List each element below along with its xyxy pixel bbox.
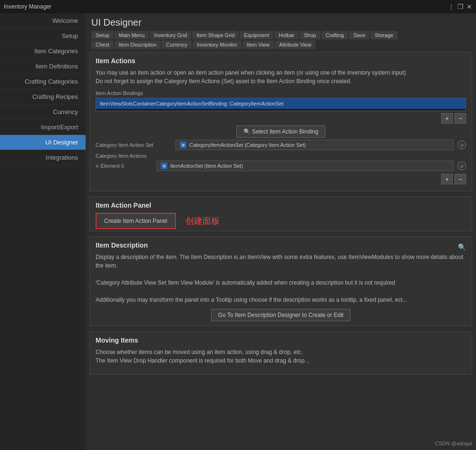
element-value-icon: ⊞: [161, 163, 167, 169]
element-row-0: ≡ Element 0 ⊞ ItemActionSet (Item Action…: [96, 161, 466, 171]
restore-icon[interactable]: ❐: [457, 3, 464, 10]
category-action-icon: ⊞: [180, 142, 186, 148]
desc-text-2: 'Category Attribute View Set Item View M…: [96, 279, 395, 286]
category-actions-label: Category Item Actions: [96, 153, 466, 159]
tab-row-2: Chest Item Description Currency Inventor…: [91, 40, 470, 49]
tab-inventory-monitor[interactable]: Inventory Monitor: [193, 40, 242, 49]
create-item-action-panel-btn[interactable]: Create Item Action Panel: [96, 213, 176, 229]
category-action-set-row: Category Item Action Set ⊞ CategoryItemA…: [96, 140, 466, 150]
moving-items-text-1: Choose whether items can be moved using …: [96, 349, 303, 355]
item-actions-title: Item Actions: [96, 57, 466, 65]
item-action-panel-section: Item Action Panel Create Item Action Pan…: [89, 196, 472, 231]
sidebar-item-welcome[interactable]: Welcome: [0, 13, 86, 29]
sidebar-item-currency[interactable]: Currency: [0, 105, 86, 120]
tab-crafting[interactable]: Crafting: [321, 31, 349, 39]
tab-chest[interactable]: Chest: [91, 40, 114, 49]
sidebar-item-crafting-recipes[interactable]: Crafting Recipes: [0, 89, 86, 105]
add-element-btn[interactable]: +: [441, 174, 453, 184]
item-description-section: Item Description 🔍 Display a description…: [89, 236, 472, 326]
designer-header: UI Designer Setup Main Menu Inventory Gr…: [86, 13, 476, 52]
tab-shop[interactable]: Shop: [300, 31, 321, 39]
moving-items-text-2: The Item View Drop Handler component is …: [96, 357, 309, 364]
designer-title: UI Designer: [91, 17, 470, 28]
desc-text-3: Additionally you may transform the panel…: [96, 297, 407, 303]
item-description-desc: Display a description of the item. The I…: [96, 253, 466, 304]
app-title: Inventory Manager: [4, 3, 51, 10]
binding-btn-row: + −: [96, 113, 466, 124]
sidebar-item-item-categories[interactable]: Item Categories: [0, 44, 86, 59]
watermark: CSDN @adogai: [435, 440, 472, 446]
main-content[interactable]: Item Actions You may use an item action …: [86, 52, 476, 450]
category-action-set-label: Category Item Action Set: [96, 142, 172, 148]
item-action-panel-title: Item Action Panel: [96, 201, 466, 209]
chinese-hint: 创建面板: [185, 215, 220, 227]
tab-hotbar[interactable]: Hotbar: [274, 31, 299, 39]
element-icon: ≡: [96, 163, 98, 169]
sidebar-item-import-export[interactable]: Import/Export: [0, 120, 86, 135]
tab-item-view[interactable]: Item View: [243, 40, 274, 49]
add-binding-btn[interactable]: +: [441, 113, 453, 124]
tab-row-1: Setup Main Menu Inventory Grid Item Shap…: [91, 31, 470, 39]
binding-list: ItemViewSlotsContainerCategoryItemAction…: [96, 98, 466, 111]
moving-items-title: Moving Items: [96, 336, 466, 344]
panel-create-row: Create Item Action Panel 创建面板: [96, 213, 466, 229]
tab-attribute-view[interactable]: Attribute View: [275, 40, 316, 49]
element-value-text: ItemActionSet (Item Action Set): [170, 163, 243, 169]
tab-main-menu[interactable]: Main Menu: [115, 31, 149, 39]
selected-binding[interactable]: ItemViewSlotsContainerCategoryItemAction…: [96, 98, 466, 109]
element-value-0[interactable]: ⊞ ItemActionSet (Item Action Set): [156, 161, 454, 171]
tab-save[interactable]: Save: [349, 31, 369, 39]
bindings-label: Item Action Bindings: [96, 90, 466, 96]
menu-icon[interactable]: ⋮: [448, 3, 455, 10]
tab-item-shape-grid[interactable]: Item Shape Grid: [192, 31, 239, 39]
moving-items-desc: Choose whether items can be moved using …: [96, 348, 466, 365]
element-tag-0: ≡ Element 0: [96, 163, 153, 169]
sidebar-item-integrations[interactable]: Integrations: [0, 150, 86, 165]
desc-text-1: Display a description of the item. The I…: [96, 254, 463, 269]
select-binding-btn[interactable]: 🔍 Select Item Action Binding: [236, 125, 326, 138]
sidebar: Welcome Setup Item Categories Item Defin…: [0, 13, 86, 450]
go-to-description-designer-btn[interactable]: Go To Item Description Designer to Creat…: [211, 309, 351, 321]
tab-setup[interactable]: Setup: [91, 31, 114, 39]
category-action-set-info-btn[interactable]: ⊙: [457, 141, 466, 149]
category-action-set-value[interactable]: ⊞ CategoryItemActionSet (Category Item A…: [175, 140, 454, 150]
remove-binding-btn[interactable]: −: [455, 113, 466, 124]
app-window: Inventory Manager ⋮ ❐ ✕ Welcome Setup It…: [0, 0, 476, 450]
item-description-search-btn[interactable]: 🔍: [458, 243, 466, 251]
content-area: UI Designer Setup Main Menu Inventory Gr…: [86, 13, 476, 450]
sidebar-item-ui-designer[interactable]: UI Designer: [0, 135, 86, 150]
item-actions-desc: You may use an item action or open an it…: [96, 68, 466, 86]
element-info-btn[interactable]: ⊙: [457, 162, 466, 170]
moving-items-section: Moving Items Choose whether items can be…: [89, 331, 472, 375]
tab-currency[interactable]: Currency: [162, 40, 192, 49]
remove-element-btn[interactable]: −: [455, 174, 466, 184]
item-description-header: Item Description 🔍: [96, 241, 466, 253]
sidebar-item-setup[interactable]: Setup: [0, 29, 86, 44]
category-action-set-text: CategoryItemActionSet (Category Item Act…: [189, 142, 306, 148]
item-description-title: Item Description: [96, 241, 148, 249]
element-label: Element 0: [100, 163, 124, 169]
tab-equipment[interactable]: Equipment: [240, 31, 273, 39]
sidebar-item-item-definitions[interactable]: Item Definitions: [0, 59, 86, 74]
element-btn-row: + −: [96, 174, 466, 184]
title-bar: Inventory Manager ⋮ ❐ ✕: [0, 0, 476, 13]
window-controls: ⋮ ❐ ✕: [448, 3, 472, 10]
item-actions-section: Item Actions You may use an item action …: [89, 52, 472, 191]
tab-inventory-grid[interactable]: Inventory Grid: [150, 31, 191, 39]
tab-storage[interactable]: Storage: [370, 31, 398, 39]
main-layout: Welcome Setup Item Categories Item Defin…: [0, 13, 476, 450]
sidebar-item-crafting-categories[interactable]: Crafting Categories: [0, 74, 86, 89]
close-icon[interactable]: ✕: [466, 3, 472, 10]
tab-item-description[interactable]: Item Description: [115, 40, 161, 49]
